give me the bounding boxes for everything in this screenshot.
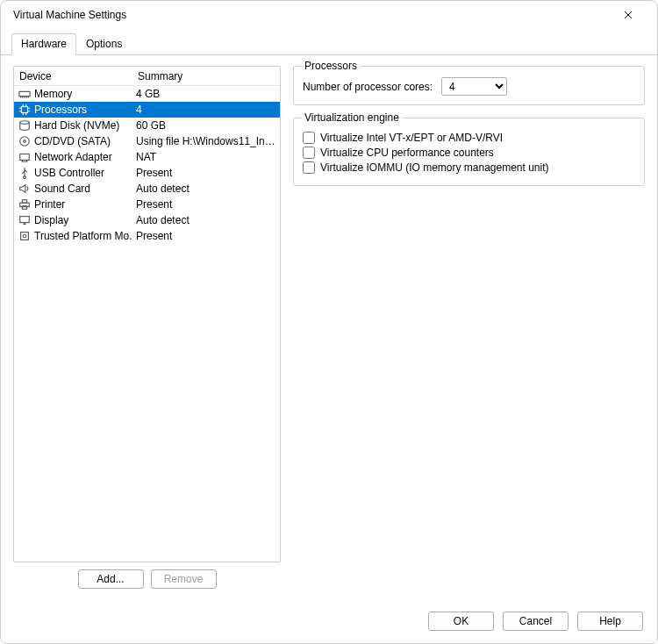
memory-icon: [18, 88, 31, 101]
device-name: Network Adapter: [34, 151, 112, 163]
close-button[interactable]: [608, 2, 648, 28]
device-summary: Present: [132, 198, 280, 211]
window-title: Virtual Machine Settings: [13, 9, 608, 21]
svg-rect-9: [22, 206, 26, 210]
device-summary: Auto detect: [132, 214, 280, 226]
device-row[interactable]: Processors 4: [14, 102, 280, 118]
device-summary: 4 GB: [132, 88, 280, 100]
device-name: Hard Disk (NVMe): [34, 119, 119, 132]
device-row[interactable]: Memory 4 GB: [14, 86, 280, 102]
device-row[interactable]: Printer Present: [14, 197, 280, 212]
printer-icon: [18, 198, 31, 211]
device-summary: Present: [132, 230, 280, 242]
device-row[interactable]: USB Controller Present: [14, 165, 280, 181]
device-summary: 4: [132, 104, 280, 116]
device-list: Device Summary Memory 4 GB Processors 4 …: [13, 66, 281, 562]
display-icon: [18, 214, 31, 227]
cancel-button[interactable]: Cancel: [503, 612, 569, 631]
device-list-buttons: Add... Remove: [13, 562, 281, 596]
device-summary: NAT: [132, 151, 280, 163]
svg-rect-5: [19, 154, 29, 161]
ok-button[interactable]: OK: [428, 612, 494, 631]
header-device: Device: [14, 68, 132, 85]
tab-options[interactable]: Options: [76, 33, 132, 55]
device-summary: Present: [132, 167, 280, 179]
svg-point-6: [23, 176, 25, 179]
processors-legend: Processors: [301, 60, 361, 72]
right-panel: Processors Number of processor cores: 4 …: [293, 66, 645, 596]
device-name: Trusted Platform Mo...: [34, 230, 132, 242]
usb-icon: [18, 167, 31, 180]
virtualization-group: Virtualization engine Virtualize Intel V…: [293, 118, 645, 186]
perf-checkbox[interactable]: [303, 147, 315, 159]
svg-rect-8: [22, 200, 26, 204]
cores-select[interactable]: 4: [441, 77, 507, 96]
title-bar: Virtual Machine Settings: [1, 1, 657, 29]
device-row[interactable]: Network Adapter NAT: [14, 149, 280, 165]
device-name: CD/DVD (SATA): [34, 135, 111, 147]
iommu-checkbox[interactable]: [303, 161, 315, 174]
device-name: Memory: [34, 88, 72, 100]
tab-hardware[interactable]: Hardware: [11, 33, 76, 55]
svg-rect-0: [18, 91, 29, 96]
tab-strip: Hardware Options: [1, 32, 657, 55]
header-summary: Summary: [132, 68, 280, 85]
cores-label: Number of processor cores:: [303, 81, 433, 93]
svg-point-3: [19, 137, 29, 147]
content-area: Device Summary Memory 4 GB Processors 4 …: [1, 55, 657, 603]
perf-label: Virtualize CPU performance counters: [320, 147, 494, 159]
device-row[interactable]: CD/DVD (SATA) Using file H:\Windows11_In…: [14, 133, 280, 149]
svg-point-4: [23, 140, 25, 143]
help-button[interactable]: Help: [577, 612, 643, 631]
footer: OK Cancel Help: [1, 603, 657, 643]
harddisk-icon: [18, 119, 31, 132]
device-name: Printer: [34, 198, 65, 211]
virt-legend: Virtualization engine: [301, 111, 403, 124]
add-button[interactable]: Add...: [78, 569, 144, 589]
tpm-icon: [18, 230, 31, 243]
device-name: Processors: [34, 104, 87, 116]
sound-icon: [18, 182, 31, 196]
iommu-label: Virtualize IOMMU (IO memory management u…: [320, 161, 549, 174]
svg-point-12: [23, 234, 26, 238]
processors-group: Processors Number of processor cores: 4: [293, 66, 645, 105]
device-summary: Auto detect: [132, 182, 280, 195]
svg-point-2: [19, 121, 29, 125]
cddvd-icon: [18, 135, 31, 148]
network-icon: [18, 151, 31, 164]
device-row[interactable]: Trusted Platform Mo... Present: [14, 228, 280, 244]
device-name: Display: [34, 214, 68, 226]
remove-button[interactable]: Remove: [151, 569, 217, 589]
device-name: Sound Card: [34, 182, 90, 195]
close-icon: [624, 11, 633, 19]
device-row[interactable]: Sound Card Auto detect: [14, 181, 280, 197]
device-list-header: Device Summary: [14, 67, 280, 86]
device-row[interactable]: Hard Disk (NVMe) 60 GB: [14, 118, 280, 133]
left-panel: Device Summary Memory 4 GB Processors 4 …: [13, 66, 281, 596]
device-summary: Using file H:\Windows11_Ins...: [132, 135, 280, 147]
processors-icon: [18, 104, 31, 117]
device-summary: 60 GB: [132, 119, 280, 132]
svg-rect-10: [19, 217, 29, 223]
device-row[interactable]: Display Auto detect: [14, 212, 280, 228]
vtx-label: Virtualize Intel VT-x/EPT or AMD-V/RVI: [320, 132, 503, 144]
device-name: USB Controller: [34, 167, 104, 179]
svg-rect-1: [21, 107, 27, 113]
vtx-checkbox[interactable]: [303, 132, 315, 144]
svg-rect-11: [20, 233, 28, 240]
